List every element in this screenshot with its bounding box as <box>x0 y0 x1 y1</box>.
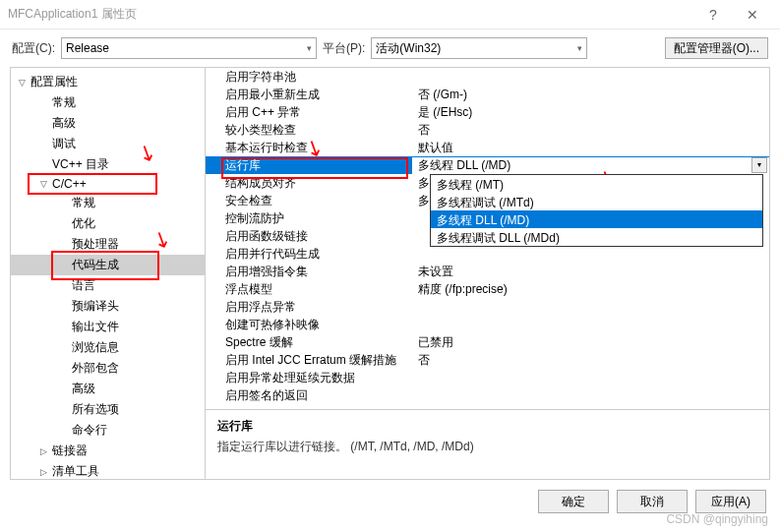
tree-item[interactable]: 高级 <box>11 113 205 134</box>
cancel-button[interactable]: 取消 <box>617 490 688 513</box>
footer: 确定 取消 应用(A) <box>0 480 780 523</box>
right-panel: 启用字符串池启用最小重新生成否 (/Gm-)启用 C++ 异常是 (/EHsc)… <box>206 68 769 479</box>
tree-item[interactable]: 代码生成 <box>11 255 205 275</box>
tree-item[interactable]: ▽配置属性 <box>11 72 205 92</box>
property-row[interactable]: 启用最小重新生成否 (/Gm-) <box>206 86 769 103</box>
expand-icon: ▽ <box>17 78 27 88</box>
property-value[interactable]: 默认值 <box>412 140 769 156</box>
tree-item[interactable]: 预处理器 <box>11 234 205 255</box>
description-panel: 运行库 指定运行库以进行链接。 (/MT, /MTd, /MD, /MDd) <box>206 410 769 479</box>
tree-item-label: C/C++ <box>52 177 87 191</box>
property-label: 启用字符串池 <box>206 69 412 86</box>
property-row[interactable]: 运行库多线程 DLL (/MD)▾ <box>206 156 769 174</box>
property-row[interactable]: 启用字符串池 <box>206 68 769 86</box>
tree-item[interactable]: 预编译头 <box>11 296 205 317</box>
property-row[interactable]: 基本运行时检查默认值 <box>206 139 769 156</box>
config-label: 配置(C): <box>12 40 55 57</box>
tree-item-label: 浏览信息 <box>72 339 119 356</box>
main-panel: ▽配置属性常规高级调试VC++ 目录▽C/C++常规优化预处理器代码生成语言预编… <box>10 67 770 480</box>
property-row[interactable]: 启用异常处理延续元数据 <box>206 369 769 386</box>
tree-item-label: 高级 <box>52 115 76 132</box>
tree-item[interactable]: ▷链接器 <box>11 441 205 461</box>
tree-item[interactable]: ▽C/C++ <box>11 175 205 193</box>
property-label: 运行库 <box>206 157 412 174</box>
property-label: 浮点模型 <box>206 281 412 298</box>
property-value[interactable]: 否 (/Gm-) <box>412 87 769 103</box>
property-row[interactable]: 较小类型检查否 <box>206 121 769 139</box>
property-label: 启用签名的返回 <box>206 387 412 404</box>
property-row[interactable]: Spectre 缓解已禁用 <box>206 333 769 351</box>
tree-item[interactable]: 调试 <box>11 134 205 154</box>
tree-item-label: 清单工具 <box>52 463 99 479</box>
tree-item[interactable]: 浏览信息 <box>11 337 205 358</box>
tree-item-label: 预编译头 <box>72 298 119 315</box>
property-row[interactable]: 启用 Intel JCC Erratum 缓解措施否 <box>206 351 769 369</box>
watermark: CSDN @qingyihing <box>666 512 768 526</box>
tree-item[interactable]: 输出文件 <box>11 317 205 337</box>
property-label: 启用函数级链接 <box>206 228 412 245</box>
tree-item[interactable]: 常规 <box>11 193 205 213</box>
ok-button[interactable]: 确定 <box>538 490 609 513</box>
tree-item[interactable]: 高级 <box>11 379 205 399</box>
tree-item[interactable]: 语言 <box>11 275 205 296</box>
dropdown-option[interactable]: 多线程 DLL (/MD) <box>431 210 762 228</box>
property-label: 控制流防护 <box>206 210 412 227</box>
property-grid[interactable]: 启用字符串池启用最小重新生成否 (/Gm-)启用 C++ 异常是 (/EHsc)… <box>206 68 769 410</box>
property-value[interactable]: 已禁用 <box>412 334 769 351</box>
property-value[interactable]: 精度 (/fp:precise) <box>412 281 769 298</box>
property-label: Spectre 缓解 <box>206 334 412 351</box>
property-value[interactable]: 未设置 <box>412 264 769 280</box>
apply-button[interactable]: 应用(A) <box>695 490 766 513</box>
property-row[interactable]: 浮点模型精度 (/fp:precise) <box>206 280 769 298</box>
property-label: 启用异常处理延续元数据 <box>206 370 412 386</box>
dropdown-option[interactable]: 多线程调试 (/MTd) <box>431 193 762 210</box>
platform-combo[interactable]: 活动(Win32) ▾ <box>371 37 587 59</box>
help-button[interactable]: ? <box>693 7 733 23</box>
tree-item[interactable]: 命令行 <box>11 420 205 441</box>
property-label: 结构成员对齐 <box>206 175 412 192</box>
dropdown-option[interactable]: 多线程 (/MT) <box>431 175 762 193</box>
tree-item[interactable]: 外部包含 <box>11 358 205 379</box>
config-value: Release <box>66 41 109 55</box>
tree-item-label: 高级 <box>72 381 95 397</box>
tree-item-label: 命令行 <box>72 422 107 439</box>
tree-item[interactable]: 常规 <box>11 92 205 113</box>
chevron-down-icon: ▾ <box>577 43 582 53</box>
property-value[interactable]: 多线程 DLL (/MD)▾ <box>412 157 769 174</box>
tree-item[interactable]: 所有选项 <box>11 399 205 420</box>
close-button[interactable]: ✕ <box>733 7 772 23</box>
property-value[interactable]: 是 (/EHsc) <box>412 104 769 121</box>
property-label: 创建可热修补映像 <box>206 317 412 333</box>
property-row[interactable]: 启用增强指令集未设置 <box>206 263 769 280</box>
tree-item[interactable]: ▷清单工具 <box>11 461 205 479</box>
tree-item[interactable]: VC++ 目录 <box>11 154 205 175</box>
property-row[interactable]: 创建可热修补映像 <box>206 316 769 333</box>
property-value[interactable]: 否 <box>412 122 769 139</box>
dropdown-option[interactable]: 多线程调试 DLL (/MDd) <box>431 228 762 246</box>
expand-icon: ▷ <box>38 446 48 456</box>
property-label: 启用并行代码生成 <box>206 246 412 263</box>
chevron-down-icon: ▾ <box>307 43 312 53</box>
runtime-library-dropdown[interactable]: 多线程 (/MT)多线程调试 (/MTd)多线程 DLL (/MD)多线程调试 … <box>430 174 763 247</box>
tree-item-label: 预处理器 <box>72 236 119 253</box>
property-value[interactable]: 否 <box>412 352 769 369</box>
nav-tree[interactable]: ▽配置属性常规高级调试VC++ 目录▽C/C++常规优化预处理器代码生成语言预编… <box>11 68 206 479</box>
property-row[interactable]: 启用浮点异常 <box>206 298 769 316</box>
property-label: 启用浮点异常 <box>206 299 412 316</box>
description-text: 指定运行库以进行链接。 (/MT, /MTd, /MD, /MDd) <box>217 439 757 455</box>
dropdown-button[interactable]: ▾ <box>751 157 767 173</box>
title-bar: MFCApplication1 属性页 ? ✕ <box>0 0 780 30</box>
config-manager-button[interactable]: 配置管理器(O)... <box>665 37 768 59</box>
property-label: 基本运行时检查 <box>206 140 412 156</box>
property-row[interactable]: 启用签名的返回 <box>206 386 769 404</box>
platform-value: 活动(Win32) <box>376 40 441 57</box>
property-label: 启用 Intel JCC Erratum 缓解措施 <box>206 352 412 369</box>
property-row[interactable]: 启用并行代码生成 <box>206 245 769 263</box>
property-row[interactable]: 启用 C++ 异常是 (/EHsc) <box>206 103 769 121</box>
tree-item[interactable]: 优化 <box>11 213 205 234</box>
config-combo[interactable]: Release ▾ <box>61 37 317 59</box>
expand-icon: ▷ <box>38 467 48 477</box>
tree-item-label: 所有选项 <box>72 401 119 418</box>
tree-item-label: 调试 <box>52 136 76 152</box>
property-label: 安全检查 <box>206 193 412 209</box>
